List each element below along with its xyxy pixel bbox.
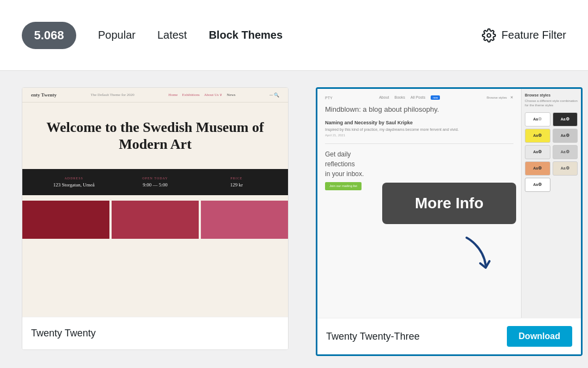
tt-hours-label: OPEN TODAY (114, 177, 195, 180)
tt3-panel-subtitle: Choose a different style combination for… (525, 99, 578, 108)
tt3-style-grid: Aa ⚙ Aa ⚙ Aa ⚙ Aa ⚙ Aa ⚙ Aa ⚙ Aa ⚙ Aa ⚙ … (525, 112, 578, 192)
theme-grid: enty Twenty The Default Theme for 2020 H… (0, 71, 588, 368)
tt-hero-title: Welcome to the Swedish Museum of Modern … (35, 119, 275, 153)
tt-nav-about: About Us ∨ (204, 93, 223, 97)
theme-preview-tt3: PTY About Books All Posts new Browse sty… (317, 89, 581, 318)
tt-nav-news: News (227, 93, 236, 97)
theme-filter-nav: Popular Latest Block Themes Feature Filt… (98, 28, 566, 43)
tt3-close-icon: ✕ (510, 95, 513, 100)
tt3-subscribe-button[interactable]: Join our mailing list (325, 182, 362, 190)
tt3-nav-about: About (379, 95, 389, 100)
theme-name-1: Twenty Twenty (31, 328, 96, 339)
theme-card-twenty-twenty[interactable]: enty Twenty The Default Theme for 2020 H… (22, 87, 289, 350)
tt3-post-date-1: April 21, 2021 (325, 134, 513, 137)
tt-img-2 (112, 201, 199, 239)
svg-point-0 (487, 33, 491, 37)
tt-hours-col: OPEN TODAY 9:00 — 5:00 (114, 177, 195, 188)
tt3-nav-left: PTY (325, 96, 333, 100)
tt-price-label: PRICE (196, 177, 277, 180)
tt3-post-item-1: Naming and Necessity by Saul Kripke Insp… (325, 120, 513, 137)
theme-card-twenty-twenty-three[interactable]: PTY About Books All Posts new Browse sty… (316, 87, 583, 356)
swatch-ltgray[interactable]: Aa ⚙ (525, 145, 550, 159)
tt3-post-body-1: Inspired by this kind of practice, my da… (325, 127, 513, 132)
tt3-post-title-1: Naming and Necessity by Saul Kripke (325, 120, 513, 125)
tt-site-name: enty Twenty (31, 92, 57, 98)
swatch-dark[interactable]: Aa ⚙ (553, 112, 578, 126)
swatch-muted[interactable]: Aa ⚙ (553, 145, 578, 159)
tt-price-value: 129 kr (196, 182, 277, 188)
swatch-yellow[interactable]: Aa ⚙ (525, 129, 550, 143)
swatch-gray[interactable]: Aa ⚙ (553, 129, 578, 143)
tt-address-col: ADDRESS 123 Storgatan, Umeå (33, 177, 114, 188)
tt-tagline: The Default Theme for 2020 (90, 93, 134, 97)
tt-price-col: PRICE 129 kr (196, 177, 277, 188)
nav-popular[interactable]: Popular (98, 29, 136, 41)
tt-nav-links: Home Exhibitions About Us ∨ News (168, 93, 235, 97)
tt3-nav-books: Books (395, 95, 405, 100)
tt3-nav-posts: All Posts (411, 95, 425, 100)
theme-card-footer-2: Twenty Twenty-Three Download (317, 318, 581, 354)
tt3-new-label: new (431, 95, 440, 100)
tt-nav-home: Home (168, 93, 177, 97)
tt3-nav-right: About Books All Posts new (379, 95, 440, 100)
swatch-beige[interactable]: Aa ⚙ (553, 161, 578, 176)
tt-img-1 (22, 201, 109, 239)
tt-img-3 (201, 201, 288, 239)
theme-name-2: Twenty Twenty-Three (326, 331, 420, 342)
tt-nav-icons: ··· 🔍 (270, 93, 279, 98)
tt-nav-exhibitions: Exhibitions (182, 93, 199, 97)
tt3-top-bar: PTY About Books All Posts new Browse sty… (325, 95, 513, 100)
feature-filter-button[interactable]: Feature Filter (482, 28, 566, 43)
tt-image-grid (22, 201, 288, 239)
theme-card-footer-1: Twenty Twenty (22, 317, 288, 349)
tt-hours-value: 9:00 — 5:00 (114, 182, 195, 188)
download-arrow-icon (461, 235, 494, 280)
download-button[interactable]: Download (507, 326, 572, 347)
tt-info-bar: ADDRESS 123 Storgatan, Umeå OPEN TODAY 9… (22, 169, 288, 195)
tt-address-value: 123 Storgatan, Umeå (33, 182, 114, 188)
nav-block-themes[interactable]: Block Themes (209, 29, 283, 41)
top-navigation-bar: 5.068 Popular Latest Block Themes Featur… (0, 0, 588, 71)
tt-address-label: ADDRESS (33, 177, 114, 180)
tt3-panel-title: Browse styles (525, 93, 578, 97)
swatch-bottom[interactable]: Aa ⚙ (525, 178, 550, 192)
swatch-default[interactable]: Aa ⚙ (525, 112, 550, 126)
tt-hero-section: Welcome to the Swedish Museum of Modern … (22, 102, 288, 164)
more-info-overlay[interactable]: More Info (382, 183, 516, 224)
tt3-site-name: PTY (325, 96, 333, 100)
gear-icon (482, 28, 496, 43)
tt3-divider (325, 143, 513, 144)
tt3-blog-title: Mindblown: a blog about philosophy. (325, 105, 513, 113)
theme-preview-twenty-twenty: enty Twenty The Default Theme for 2020 H… (22, 88, 288, 317)
theme-count-badge: 5.068 (22, 22, 76, 49)
nav-latest[interactable]: Latest (157, 29, 187, 41)
feature-filter-label: Feature Filter (501, 29, 566, 41)
tt3-browse-styles-label: Browse styles (487, 96, 507, 99)
tt3-style-panel: Browse styles Choose a different style c… (521, 89, 581, 318)
swatch-orange[interactable]: Aa ⚙ (525, 161, 550, 176)
tt3-subscribe-text: Get dailyreflectionsin your inbox. (325, 149, 513, 179)
tt-nav-bar: enty Twenty The Default Theme for 2020 H… (22, 88, 288, 102)
